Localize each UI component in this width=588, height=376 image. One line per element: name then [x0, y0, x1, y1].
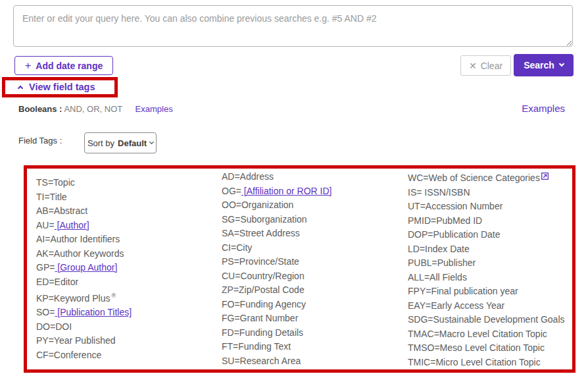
field-tag-text: ED=Editor — [36, 277, 78, 287]
field-tag-item: UT=Accession Number — [408, 200, 565, 214]
field-tag-text: WC=Web of Science Categories — [408, 173, 540, 183]
field-tag-text: KP=Keyword Plus — [36, 293, 110, 304]
field-tag-text: DOP=Publication Date — [408, 229, 500, 240]
booleans-operators: AND, OR, NOT — [64, 104, 122, 114]
field-tag-text: ZP=Zip/Postal Code — [222, 284, 305, 295]
field-tag-text: AD=Address — [222, 171, 274, 182]
field-tag-item: TI=Title — [36, 190, 132, 205]
field-tag-text: IS= ISSN/ISBN — [408, 187, 470, 198]
plus-icon: + — [25, 61, 31, 71]
field-tag-text: AK=Author Keywords — [36, 248, 124, 259]
field-tag-text: CU=Country/Region — [222, 271, 305, 281]
field-tag-item: PY=Year Published — [36, 334, 132, 348]
field-tag-item: AI=Author Identifiers — [36, 232, 132, 247]
field-tag-item: FT=Funding Text — [222, 340, 331, 354]
field-tag-prefix: AU= — [36, 220, 55, 230]
field-tag-text: UT=Accession Number — [408, 201, 502, 211]
add-date-range-button[interactable]: + Add date range — [14, 56, 113, 75]
field-tag-item: TMSO=Meso Level Citation Topic — [408, 341, 565, 356]
field-tag-item: ALL=All Fields — [408, 271, 565, 285]
field-tag-item: TMAC=Macro Level Citation Topic — [408, 327, 565, 342]
field-tag-item: SDG=Sustainable Development Goals — [408, 313, 565, 327]
clear-button[interactable]: ✕ Clear — [460, 55, 511, 76]
field-tag-item: PMID=PubMed ID — [408, 214, 565, 228]
field-tag-text: TMSO=Meso Level Citation Topic — [408, 342, 545, 353]
field-tag-item: ED=Editor — [36, 275, 132, 290]
field-tag-item: GP= [Group Author] — [36, 261, 132, 275]
field-tag-text: TMAC=Macro Level Citation Topic — [408, 329, 547, 339]
field-tag-item: PS=Province/State — [222, 255, 331, 269]
field-tag-text: LD=Index Date — [408, 244, 470, 254]
field-tag-item: TS=Topic — [36, 176, 132, 190]
field-tag-text: OO=Organization — [222, 200, 293, 210]
field-tag-text: PS=Province/State — [222, 256, 299, 267]
field-tag-text: FT=Funding Text — [222, 341, 291, 352]
view-field-tags-label: View field tags — [29, 82, 95, 92]
sort-by-label: Sort by — [87, 138, 114, 148]
field-tag-text: SU=Research Area — [222, 356, 301, 366]
field-tag-text: TS=Topic — [36, 177, 75, 188]
field-tag-item: SO= [Publication Titles] — [36, 306, 132, 320]
field-tag-item: PUBL=Publisher — [408, 256, 565, 271]
field-tag-item: DO=DOI — [36, 320, 132, 335]
search-button[interactable]: Search — [514, 54, 574, 76]
add-date-range-label: Add date range — [36, 61, 103, 71]
advanced-search-query-builder: + Add date range ✕ Clear Search View fie… — [0, 0, 588, 376]
field-tag-prefix: GP= — [36, 262, 55, 273]
field-tag-item: FD=Funding Details — [222, 326, 331, 340]
close-icon: ✕ — [469, 61, 477, 71]
field-tag-item: EAY=Early Access Year — [408, 299, 565, 313]
field-tag-item: CF=Conference — [36, 348, 132, 363]
booleans-label: Booleans : — [18, 104, 62, 114]
field-tag-text: ALL=All Fields — [408, 272, 467, 282]
field-tag-link[interactable]: [Affiliation or ROR ID] — [241, 186, 331, 196]
field-tag-item: ZP=Zip/Postal Code — [222, 283, 331, 298]
field-tag-item: AU= [Author] — [36, 219, 132, 233]
field-tag-text: FPY=Final publication year — [408, 286, 518, 296]
field-tag-text: FD=Funding Details — [222, 327, 303, 338]
booleans-examples-link[interactable]: Examples — [135, 104, 173, 114]
field-tag-prefix: OG= — [222, 186, 241, 196]
field-tag-text: TI=Title — [36, 192, 67, 202]
field-tag-text: CF=Conference — [36, 350, 101, 360]
external-link-icon[interactable] — [541, 170, 549, 184]
field-tag-item: SG=Suborganization — [222, 213, 331, 227]
field-tag-item: LD=Index Date — [408, 242, 565, 257]
field-tags-panel: TS=TopicTI=TitleAB=AbstractAU= [Author]A… — [27, 169, 572, 369]
field-tag-text: SA=Street Address — [222, 228, 300, 238]
field-tag-item: FO=Funding Agency — [222, 298, 331, 312]
field-tag-item: TMIC=Micro Level Citation Topic — [408, 356, 565, 370]
field-tag-text: PMID=PubMed ID — [408, 215, 482, 226]
field-tag-prefix: SO= — [36, 307, 55, 317]
clear-label: Clear — [481, 61, 502, 71]
booleans-row: Booleans : AND, OR, NOT Examples — [18, 104, 173, 114]
field-tag-text: CI=City — [222, 242, 252, 253]
field-tag-text: TMIC=Micro Level Citation Topic — [408, 357, 541, 367]
field-tag-text: DO=DOI — [36, 321, 72, 332]
field-tag-link[interactable]: [Author] — [55, 220, 89, 230]
search-label: Search — [524, 60, 554, 70]
field-tag-item: SA=Street Address — [222, 227, 331, 241]
field-tag-text: FG=Grant Number — [222, 313, 298, 323]
chevron-down-icon — [559, 61, 564, 67]
field-tag-item: SU=Research Area — [222, 354, 331, 369]
field-tag-text: FO=Funding Agency — [222, 299, 306, 309]
field-tag-item: FPY=Final publication year — [408, 284, 565, 299]
view-field-tags-toggle[interactable]: View field tags — [18, 82, 95, 92]
registered-trademark-symbol: ® — [111, 292, 116, 299]
field-tag-item: IS= ISSN/ISBN — [408, 186, 565, 200]
field-tag-text: AI=Author Identifiers — [36, 234, 120, 244]
chevron-down-icon — [149, 139, 154, 144]
query-input[interactable] — [13, 5, 573, 47]
field-tag-link[interactable]: [Group Author] — [55, 262, 117, 273]
field-tag-item: DOP=Publication Date — [408, 228, 565, 242]
field-tag-item: KP=Keyword Plus® — [36, 289, 132, 306]
sort-by-dropdown[interactable]: Sort by Default — [84, 132, 157, 153]
sort-by-value: Default — [118, 138, 147, 148]
field-tag-text: AB=Abstract — [36, 205, 87, 216]
examples-link-right[interactable]: Examples — [522, 103, 565, 114]
field-tags-column-1: TS=TopicTI=TitleAB=AbstractAU= [Author]A… — [36, 176, 132, 362]
field-tag-link[interactable]: [Publication Titles] — [55, 307, 132, 317]
field-tag-item: OO=Organization — [222, 198, 331, 213]
field-tag-text: SG=Suborganization — [222, 214, 307, 225]
